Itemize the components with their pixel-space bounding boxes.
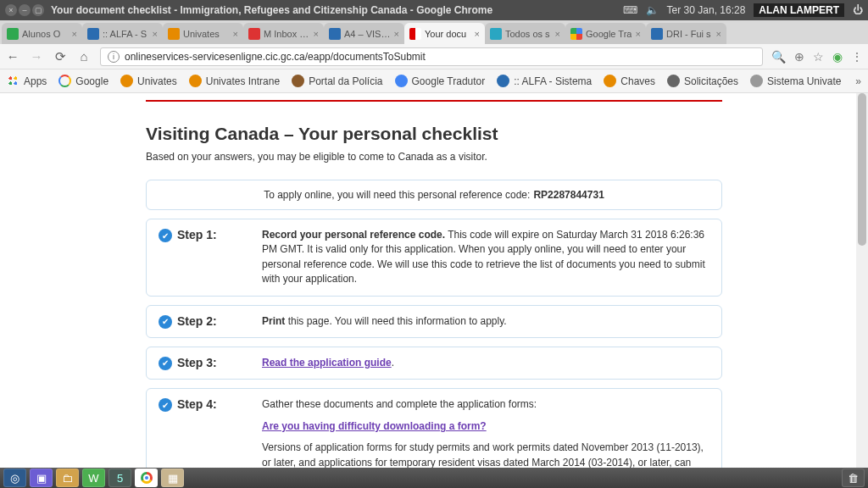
application-guide-link[interactable]: Read the application guide (262, 357, 392, 369)
bookmark-label: Sistema Univate (767, 75, 841, 87)
site-info-icon[interactable]: i (108, 51, 120, 63)
close-icon[interactable]: × (475, 29, 480, 39)
browser-tab[interactable]: Univates× (163, 23, 243, 44)
close-icon[interactable]: × (233, 29, 238, 39)
close-icon[interactable]: × (394, 29, 399, 39)
profile-icon[interactable]: ◉ (832, 50, 843, 64)
check-icon: ✔ (159, 398, 172, 412)
bookmark-label: Google Tradutor (412, 75, 486, 87)
check-icon: ✔ (159, 229, 172, 242)
bookmarks-overflow-icon[interactable]: » (855, 75, 861, 87)
bookmark-label: Chaves (620, 75, 655, 87)
search-icon[interactable]: 🔍 (771, 50, 786, 64)
tab-label: Alunos O (22, 29, 60, 39)
back-icon[interactable]: ← (5, 49, 20, 64)
page-viewport: Visiting Canada – Your personal checklis… (0, 93, 868, 468)
close-icon[interactable]: × (153, 29, 158, 39)
browser-tab[interactable]: A4 – VISTO× (324, 23, 404, 44)
close-icon[interactable]: × (555, 29, 560, 39)
close-icon[interactable]: × (5, 4, 17, 16)
scrollbar[interactable] (856, 93, 868, 468)
bookmark-item[interactable]: Apps (7, 75, 47, 87)
close-icon[interactable]: × (636, 29, 641, 39)
tab-label: A4 – VISTO (344, 29, 391, 39)
step-label: Step 4: (177, 397, 217, 411)
dock-chrome[interactable] (135, 469, 158, 487)
step-4-box: ✔Step 4: Gather these documents and comp… (146, 388, 722, 468)
volume-icon[interactable]: 🔈 (646, 4, 659, 16)
minimize-icon[interactable]: – (19, 4, 31, 16)
check-icon: ✔ (159, 357, 172, 370)
tab-label: Google Tra (586, 29, 632, 39)
maximize-icon[interactable]: ▢ (32, 4, 44, 16)
favicon (651, 28, 663, 40)
step-1-box: ✔Step 1: Record your personal reference … (146, 219, 722, 297)
user-indicator[interactable]: ALAN LAMPERT (754, 3, 844, 17)
home-icon[interactable]: ⌂ (76, 49, 92, 64)
scrollbar-thumb[interactable] (858, 93, 866, 246)
bookmark-item[interactable]: Univates Intrane (189, 75, 280, 87)
bookmark-icon (58, 75, 71, 87)
dock-trash[interactable]: 🗑 (842, 469, 865, 487)
step-4-line1: Gather these documents and complete the … (262, 397, 709, 412)
favicon (409, 28, 421, 40)
clock[interactable]: Ter 30 Jan, 16:28 (667, 4, 746, 16)
url-text: onlineservices-servicesenligne.cic.gc.ca… (125, 51, 426, 63)
step-4-line2: Versions of application forms for study … (262, 441, 709, 468)
reload-icon[interactable]: ⟳ (53, 49, 68, 64)
favicon (87, 28, 99, 40)
close-icon[interactable]: × (716, 29, 721, 39)
favicon (7, 28, 19, 40)
bookmark-item[interactable]: Univates (120, 75, 177, 87)
ref-intro: To apply online, you will need this pers… (264, 189, 530, 201)
browser-tab[interactable]: DRI - Fui s× (646, 23, 726, 44)
os-dock: ◎ ▣ 🗀 W 5 ▦ 🗑 (0, 468, 868, 488)
browser-tab[interactable]: Your docu× (404, 23, 485, 44)
bookmark-item[interactable]: Chaves (604, 75, 655, 87)
system-tray: ⌨ 🔈 Ter 30 Jan, 16:28 ALAN LAMPERT ⏻ (623, 3, 863, 17)
bookmark-item[interactable]: Google (58, 75, 108, 87)
close-icon[interactable]: × (314, 29, 319, 39)
window-title: Your document checklist - Immigration, R… (51, 4, 492, 16)
step-3-box: ✔Step 3: Read the application guide. (146, 347, 722, 380)
bookmark-icon (292, 75, 304, 87)
chrome-icon (141, 472, 153, 484)
bookmark-icon (604, 75, 616, 87)
address-bar[interactable]: i onlineservices-servicesenligne.cic.gc.… (100, 47, 763, 66)
close-icon[interactable]: × (72, 29, 77, 39)
dock-files[interactable]: 🗀 (56, 469, 79, 487)
os-top-bar: × – ▢ Your document checklist - Immigrat… (0, 0, 868, 20)
favicon (490, 28, 502, 40)
browser-toolbar: ← → ⟳ ⌂ i onlineservices-servicesenligne… (0, 44, 868, 69)
browser-tab[interactable]: Alunos O× (2, 23, 82, 44)
bookmark-label: Apps (24, 75, 47, 87)
bookmark-item[interactable]: Sistema Univate (750, 75, 841, 87)
browser-tab[interactable]: :: ALFA - S× (82, 23, 163, 44)
download-help-link[interactable]: Are you having difficulty downloading a … (262, 420, 487, 432)
bookmark-item[interactable]: Solicitações (667, 75, 738, 87)
dock-app-5[interactable]: 5 (108, 469, 131, 487)
dock-app-4[interactable]: W (82, 469, 105, 487)
dock-app-1[interactable]: ◎ (3, 469, 26, 487)
page-title: Visiting Canada – Your personal checklis… (146, 124, 722, 144)
star-icon[interactable]: ☆ (813, 50, 824, 64)
bookmark-item[interactable]: :: ALFA - Sistema (497, 75, 592, 87)
keyboard-icon[interactable]: ⌨ (623, 4, 637, 16)
menu-icon[interactable]: ⋮ (851, 50, 863, 64)
tab-label: Todos os s (505, 29, 550, 39)
step-label: Step 2: (177, 314, 217, 328)
browser-tab[interactable]: Google Tra× (565, 23, 646, 44)
dock-app-7[interactable]: ▦ (161, 469, 184, 487)
dock-app-2[interactable]: ▣ (30, 469, 53, 487)
bookmark-item[interactable]: Portal da Polícia (292, 75, 382, 87)
bookmark-item[interactable]: Google Tradutor (395, 75, 486, 87)
favicon (248, 28, 260, 40)
tab-label: Your docu (425, 29, 466, 39)
favicon (329, 28, 341, 40)
browser-tab[interactable]: M Inbox - al× (243, 23, 324, 44)
zoom-icon[interactable]: ⊕ (794, 50, 804, 64)
check-icon: ✔ (159, 315, 172, 329)
browser-tab[interactable]: Todos os s× (485, 23, 565, 44)
step-label: Step 1: (177, 228, 217, 241)
power-icon[interactable]: ⏻ (853, 4, 863, 16)
